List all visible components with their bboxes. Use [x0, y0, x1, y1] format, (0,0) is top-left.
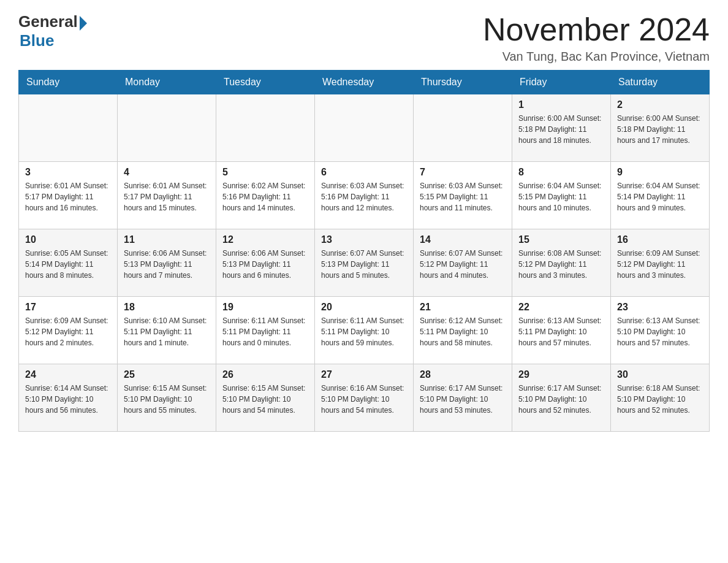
calendar-day-cell: 21Sunrise: 6:12 AM Sunset: 5:11 PM Dayli…: [414, 297, 512, 364]
logo-arrow-icon: [80, 16, 87, 31]
calendar-body: 1Sunrise: 6:00 AM Sunset: 5:18 PM Daylig…: [19, 94, 710, 432]
day-number: 24: [25, 369, 111, 380]
calendar-day-cell: 10Sunrise: 6:05 AM Sunset: 5:14 PM Dayli…: [19, 229, 118, 297]
calendar-day-cell: 8Sunrise: 6:04 AM Sunset: 5:15 PM Daylig…: [512, 162, 611, 229]
day-info: Sunrise: 6:04 AM Sunset: 5:14 PM Dayligh…: [617, 180, 703, 213]
calendar-day-cell: 20Sunrise: 6:11 AM Sunset: 5:11 PM Dayli…: [315, 297, 414, 364]
location-subtitle: Van Tung, Bac Kan Province, Vietnam: [483, 50, 710, 64]
calendar-day-cell: 29Sunrise: 6:17 AM Sunset: 5:10 PM Dayli…: [512, 364, 611, 432]
day-info: Sunrise: 6:16 AM Sunset: 5:10 PM Dayligh…: [321, 383, 407, 416]
day-number: 25: [124, 369, 210, 380]
day-info: Sunrise: 6:02 AM Sunset: 5:16 PM Dayligh…: [222, 180, 308, 213]
day-number: 12: [222, 234, 308, 245]
calendar-week-row: 3Sunrise: 6:01 AM Sunset: 5:17 PM Daylig…: [19, 162, 710, 229]
day-info: Sunrise: 6:09 AM Sunset: 5:12 PM Dayligh…: [25, 315, 111, 348]
day-info: Sunrise: 6:17 AM Sunset: 5:10 PM Dayligh…: [420, 383, 506, 416]
calendar-day-cell: 17Sunrise: 6:09 AM Sunset: 5:12 PM Dayli…: [19, 297, 118, 364]
day-info: Sunrise: 6:00 AM Sunset: 5:18 PM Dayligh…: [518, 113, 604, 146]
day-number: 27: [321, 369, 407, 380]
day-number: 20: [321, 302, 407, 313]
calendar-day-cell: 11Sunrise: 6:06 AM Sunset: 5:13 PM Dayli…: [118, 229, 216, 297]
calendar-day-cell: 26Sunrise: 6:15 AM Sunset: 5:10 PM Dayli…: [216, 364, 315, 432]
calendar-day-cell: 15Sunrise: 6:08 AM Sunset: 5:12 PM Dayli…: [512, 229, 611, 297]
day-info: Sunrise: 6:18 AM Sunset: 5:10 PM Dayligh…: [617, 383, 703, 416]
logo-general-text: General: [18, 12, 78, 31]
day-info: Sunrise: 6:12 AM Sunset: 5:11 PM Dayligh…: [420, 315, 506, 348]
calendar-day-cell: 3Sunrise: 6:01 AM Sunset: 5:17 PM Daylig…: [19, 162, 118, 229]
calendar-day-cell: 16Sunrise: 6:09 AM Sunset: 5:12 PM Dayli…: [611, 229, 710, 297]
header-tuesday: Tuesday: [216, 71, 315, 94]
day-number: 30: [617, 369, 703, 380]
day-number: 11: [124, 234, 210, 245]
calendar-week-row: 10Sunrise: 6:05 AM Sunset: 5:14 PM Dayli…: [19, 229, 710, 297]
day-number: 16: [617, 234, 703, 245]
calendar-day-cell: 28Sunrise: 6:17 AM Sunset: 5:10 PM Dayli…: [414, 364, 512, 432]
calendar-day-cell: 27Sunrise: 6:16 AM Sunset: 5:10 PM Dayli…: [315, 364, 414, 432]
day-info: Sunrise: 6:15 AM Sunset: 5:10 PM Dayligh…: [124, 383, 210, 416]
day-info: Sunrise: 6:10 AM Sunset: 5:11 PM Dayligh…: [124, 315, 210, 348]
day-info: Sunrise: 6:01 AM Sunset: 5:17 PM Dayligh…: [124, 180, 210, 213]
calendar-day-cell: 12Sunrise: 6:06 AM Sunset: 5:13 PM Dayli…: [216, 229, 315, 297]
day-info: Sunrise: 6:07 AM Sunset: 5:13 PM Dayligh…: [321, 248, 407, 281]
header-sunday: Sunday: [19, 71, 118, 94]
day-info: Sunrise: 6:14 AM Sunset: 5:10 PM Dayligh…: [25, 383, 111, 416]
day-info: Sunrise: 6:11 AM Sunset: 5:11 PM Dayligh…: [222, 315, 308, 348]
header-thursday: Thursday: [414, 71, 512, 94]
calendar-table: SundayMondayTuesdayWednesdayThursdayFrid…: [18, 70, 710, 432]
day-info: Sunrise: 6:01 AM Sunset: 5:17 PM Dayligh…: [25, 180, 111, 213]
title-section: November 2024 Van Tung, Bac Kan Province…: [483, 12, 710, 64]
day-info: Sunrise: 6:09 AM Sunset: 5:12 PM Dayligh…: [617, 248, 703, 281]
header-saturday: Saturday: [611, 71, 710, 94]
calendar-header-row: SundayMondayTuesdayWednesdayThursdayFrid…: [19, 71, 710, 94]
calendar-day-cell: 9Sunrise: 6:04 AM Sunset: 5:14 PM Daylig…: [611, 162, 710, 229]
calendar-day-cell: 25Sunrise: 6:15 AM Sunset: 5:10 PM Dayli…: [118, 364, 216, 432]
day-number: 23: [617, 302, 703, 313]
day-number: 14: [420, 234, 506, 245]
calendar-day-cell: [118, 94, 216, 162]
day-info: Sunrise: 6:13 AM Sunset: 5:11 PM Dayligh…: [518, 315, 604, 348]
logo-blue-text: Blue: [20, 31, 54, 50]
day-number: 13: [321, 234, 407, 245]
day-number: 21: [420, 302, 506, 313]
calendar-day-cell: 18Sunrise: 6:10 AM Sunset: 5:11 PM Dayli…: [118, 297, 216, 364]
logo: General Blue: [18, 12, 87, 50]
day-number: 4: [124, 167, 210, 178]
day-info: Sunrise: 6:07 AM Sunset: 5:12 PM Dayligh…: [420, 248, 506, 281]
day-number: 19: [222, 302, 308, 313]
calendar-day-cell: 30Sunrise: 6:18 AM Sunset: 5:10 PM Dayli…: [611, 364, 710, 432]
calendar-day-cell: 13Sunrise: 6:07 AM Sunset: 5:13 PM Dayli…: [315, 229, 414, 297]
day-info: Sunrise: 6:17 AM Sunset: 5:10 PM Dayligh…: [518, 383, 604, 416]
calendar-week-row: 1Sunrise: 6:00 AM Sunset: 5:18 PM Daylig…: [19, 94, 710, 162]
calendar-day-cell: [414, 94, 512, 162]
day-info: Sunrise: 6:06 AM Sunset: 5:13 PM Dayligh…: [124, 248, 210, 281]
calendar-day-cell: [19, 94, 118, 162]
day-info: Sunrise: 6:04 AM Sunset: 5:15 PM Dayligh…: [518, 180, 604, 213]
day-info: Sunrise: 6:00 AM Sunset: 5:18 PM Dayligh…: [617, 113, 703, 146]
day-info: Sunrise: 6:06 AM Sunset: 5:13 PM Dayligh…: [222, 248, 308, 281]
day-info: Sunrise: 6:08 AM Sunset: 5:12 PM Dayligh…: [518, 248, 604, 281]
day-number: 18: [124, 302, 210, 313]
calendar-day-cell: 4Sunrise: 6:01 AM Sunset: 5:17 PM Daylig…: [118, 162, 216, 229]
calendar-day-cell: 5Sunrise: 6:02 AM Sunset: 5:16 PM Daylig…: [216, 162, 315, 229]
day-info: Sunrise: 6:03 AM Sunset: 5:16 PM Dayligh…: [321, 180, 407, 213]
calendar-day-cell: 19Sunrise: 6:11 AM Sunset: 5:11 PM Dayli…: [216, 297, 315, 364]
day-number: 7: [420, 167, 506, 178]
day-number: 15: [518, 234, 604, 245]
day-number: 5: [222, 167, 308, 178]
day-info: Sunrise: 6:13 AM Sunset: 5:10 PM Dayligh…: [617, 315, 703, 348]
calendar-day-cell: 7Sunrise: 6:03 AM Sunset: 5:15 PM Daylig…: [414, 162, 512, 229]
page-header: General Blue November 2024 Van Tung, Bac…: [18, 12, 710, 64]
day-number: 1: [518, 99, 604, 110]
day-number: 2: [617, 99, 703, 110]
day-number: 3: [25, 167, 111, 178]
day-number: 22: [518, 302, 604, 313]
day-info: Sunrise: 6:05 AM Sunset: 5:14 PM Dayligh…: [25, 248, 111, 281]
calendar-day-cell: 23Sunrise: 6:13 AM Sunset: 5:10 PM Dayli…: [611, 297, 710, 364]
calendar-week-row: 24Sunrise: 6:14 AM Sunset: 5:10 PM Dayli…: [19, 364, 710, 432]
day-info: Sunrise: 6:15 AM Sunset: 5:10 PM Dayligh…: [222, 383, 308, 416]
day-number: 29: [518, 369, 604, 380]
header-monday: Monday: [118, 71, 216, 94]
calendar-day-cell: 2Sunrise: 6:00 AM Sunset: 5:18 PM Daylig…: [611, 94, 710, 162]
day-number: 17: [25, 302, 111, 313]
calendar-day-cell: [315, 94, 414, 162]
